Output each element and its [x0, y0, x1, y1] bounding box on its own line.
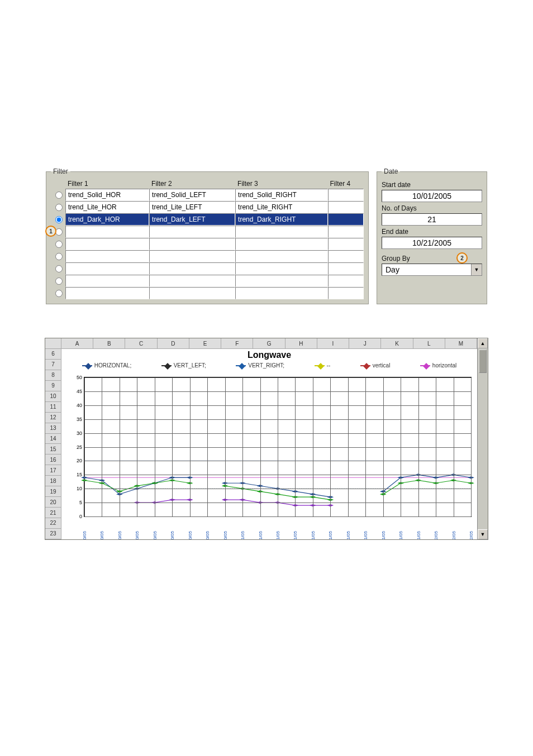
num-days-field[interactable]: 21	[382, 213, 482, 226]
column-header-cell[interactable]: F	[221, 338, 253, 348]
x-tick-label: 10/1/05	[328, 531, 333, 540]
y-tick-label: 40	[68, 403, 82, 408]
filter-row-radio[interactable]	[55, 253, 63, 260]
filter-row	[51, 250, 364, 262]
group-by-dropdown[interactable]: Day ▼	[382, 264, 482, 276]
legend-entry: VERT_LEFT;	[161, 362, 206, 369]
filter-cell[interactable]	[328, 189, 364, 201]
y-tick-label: 25	[68, 444, 82, 450]
filter-cell[interactable]: trend_Dark_LEFT	[149, 213, 235, 226]
end-date-field[interactable]: 10/21/2005	[382, 237, 482, 249]
filter-row-radio[interactable]	[55, 241, 63, 248]
x-tick-label: 10/1/05	[345, 531, 350, 540]
row-header-cell[interactable]: 18	[45, 476, 61, 486]
x-tick-label: 10/1/05	[275, 531, 280, 540]
filter-row-radio[interactable]	[55, 290, 63, 297]
row-header-cell[interactable]: 9	[45, 381, 61, 391]
filter-cell[interactable]: trend_Lite_RIGHT	[235, 201, 327, 213]
vertical-scrollbar[interactable]: ▲ ▼	[477, 338, 488, 539]
filter-row-radio[interactable]	[55, 192, 63, 199]
filter-cell[interactable]: trend_Dark_RIGHT	[235, 213, 327, 226]
filter-cell[interactable]	[149, 287, 235, 299]
legend-entry: --	[315, 362, 331, 369]
legend-entry: horizontal	[420, 362, 456, 369]
row-header-cell[interactable]: 16	[45, 454, 61, 465]
filter-cell[interactable]	[149, 226, 235, 238]
column-header-cell[interactable]: A	[61, 338, 93, 348]
column-header-cell[interactable]: I	[317, 338, 349, 348]
filter-row-radio[interactable]	[55, 277, 63, 285]
filter-cell[interactable]	[235, 262, 327, 275]
row-header-cell[interactable]: 17	[45, 465, 61, 476]
start-date-field[interactable]: 10/01/2005	[382, 190, 482, 202]
row-header-cell[interactable]: 23	[45, 529, 61, 539]
filter-cell[interactable]	[149, 262, 235, 275]
row-header-cell[interactable]: 13	[45, 423, 61, 434]
row-header-cell[interactable]: 7	[45, 360, 61, 370]
filter-cell[interactable]: trend_Solid_LEFT	[149, 189, 235, 201]
column-header-cell[interactable]: G	[253, 338, 285, 348]
legend-entry: HORIZONTAL;	[82, 362, 131, 369]
filter-cell[interactable]	[149, 275, 235, 287]
filter-cell[interactable]	[328, 238, 364, 250]
filter-cell[interactable]	[65, 238, 149, 250]
column-header-cell[interactable]: H	[285, 338, 317, 348]
filter-cell[interactable]: trend_Lite_LEFT	[149, 201, 235, 213]
column-header-cell[interactable]: M	[445, 338, 477, 348]
x-tick-label: 10/1/05	[310, 531, 315, 540]
filter-cell[interactable]	[235, 250, 327, 262]
filter-cell[interactable]	[235, 238, 327, 250]
row-header-cell[interactable]: 11	[45, 402, 61, 413]
filter-row-radio[interactable]	[55, 204, 63, 211]
filter-cell[interactable]	[328, 226, 364, 238]
row-header-cell[interactable]: 21	[45, 508, 61, 518]
filter-cell[interactable]: trend_Dark_HOR	[65, 213, 149, 226]
filter-cell[interactable]: trend_Solid_RIGHT	[235, 189, 327, 201]
scroll-thumb[interactable]	[479, 350, 487, 373]
row-header-cell[interactable]: 10	[45, 391, 61, 402]
legend-entry: VERT_RIGHT;	[236, 362, 284, 369]
column-header-cell[interactable]: L	[413, 338, 445, 348]
filter-cell[interactable]	[235, 275, 327, 287]
filter-cell[interactable]	[328, 262, 364, 275]
filter-cell[interactable]: trend_Lite_HOR	[65, 201, 149, 213]
row-header-cell[interactable]: 12	[45, 413, 61, 423]
row-header-cell[interactable]: 14	[45, 434, 61, 444]
scroll-up-icon[interactable]: ▲	[478, 338, 488, 348]
chevron-down-icon[interactable]: ▼	[471, 264, 482, 275]
column-header-cell[interactable]: K	[381, 338, 413, 348]
filter-cell[interactable]	[65, 250, 149, 262]
column-header-cell[interactable]: C	[125, 338, 157, 348]
row-header-cell[interactable]: 20	[45, 497, 61, 508]
x-tick-label: 10/1/05	[293, 531, 298, 540]
scroll-down-icon[interactable]: ▼	[478, 529, 488, 539]
filter-cell[interactable]	[328, 201, 364, 213]
filter-cell[interactable]	[65, 275, 149, 287]
filter-row-radio[interactable]	[55, 265, 63, 272]
column-header-cell[interactable]: J	[349, 338, 381, 348]
row-header-cell[interactable]: 6	[45, 349, 61, 360]
filter-cell[interactable]	[235, 226, 327, 238]
filter-cell[interactable]: trend_Solid_HOR	[65, 189, 149, 201]
filter-row-radio[interactable]	[55, 216, 63, 223]
filter-cell[interactable]	[65, 226, 149, 238]
filter-col-header: Filter 1	[65, 179, 149, 189]
row-header-cell[interactable]: 15	[45, 444, 61, 454]
filter-cell[interactable]	[65, 287, 149, 299]
filter-cell[interactable]	[65, 262, 149, 275]
row-header-cell[interactable]: 19	[45, 486, 61, 497]
row-header-cell[interactable]: 22	[45, 518, 61, 529]
column-header-cell[interactable]: B	[93, 338, 125, 348]
filter-cell[interactable]	[328, 287, 364, 299]
filter-cell[interactable]	[149, 250, 235, 262]
x-tick-label: 9/30/05	[152, 531, 157, 540]
row-header-cell[interactable]: 8	[45, 370, 61, 381]
filter-col-header: Filter 4	[328, 179, 364, 189]
column-header-cell[interactable]: E	[189, 338, 221, 348]
filter-cell[interactable]	[328, 213, 364, 226]
filter-cell[interactable]	[328, 275, 364, 287]
filter-cell[interactable]	[235, 287, 327, 299]
filter-cell[interactable]	[328, 250, 364, 262]
column-header-cell[interactable]: D	[158, 338, 189, 348]
filter-cell[interactable]	[149, 238, 235, 250]
